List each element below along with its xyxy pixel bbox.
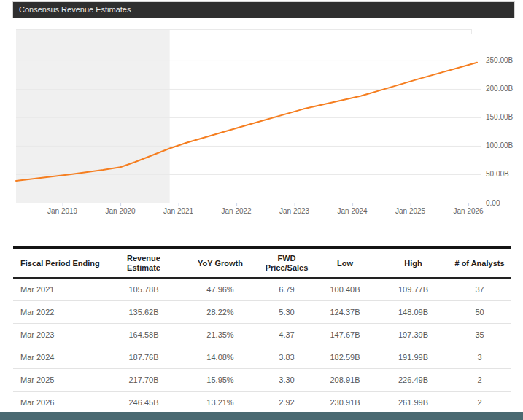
cell-high: 261.99B	[378, 392, 449, 414]
x-axis-label: Jan 2020	[106, 207, 136, 215]
cell-fwd-price-sales: 2.92	[261, 392, 312, 414]
cell-revenue-estimate: 135.62B	[108, 301, 179, 324]
cell-high: 197.39B	[378, 324, 449, 346]
section-header: Consensus Revenue Estimates	[12, 1, 515, 18]
cell-fiscal-period: Mar 2021	[13, 278, 108, 301]
cell-low: 124.37B	[312, 301, 378, 324]
cell-low: 208.91B	[312, 369, 378, 392]
table-row: Mar 2024187.76B14.08%3.83182.59B191.99B3	[13, 346, 511, 369]
table-row: Mar 2023164.58B21.35%4.37147.67B197.39B3…	[13, 324, 511, 346]
y-axis-label: 250.00B	[486, 56, 514, 64]
col-high: High	[378, 248, 449, 279]
x-axis-label: Jan 2019	[47, 207, 78, 215]
x-axis-label: Jan 2024	[338, 207, 368, 215]
cell-high: 109.77B	[378, 278, 449, 301]
x-axis-label: Jan 2022	[222, 207, 252, 215]
cell-fwd-price-sales: 3.30	[261, 369, 312, 392]
cell-num-analysts: 37	[449, 278, 511, 301]
cell-revenue-estimate: 187.76B	[108, 346, 179, 369]
cell-low: 182.59B	[312, 346, 378, 369]
cell-yoy-growth: 28.22%	[179, 301, 261, 324]
x-axis-label: Jan 2025	[395, 207, 426, 215]
cell-revenue-estimate: 217.70B	[108, 369, 179, 392]
x-axis-label: Jan 2021	[163, 207, 194, 215]
cell-low: 100.40B	[312, 278, 378, 301]
y-axis-label: 150.00B	[486, 113, 514, 121]
estimates-table-body: Mar 2021105.78B47.96%6.79100.40B109.77B3…	[13, 278, 511, 413]
bottom-bar	[0, 412, 523, 420]
col-fiscal-period-ending: Fiscal Period Ending	[13, 248, 108, 279]
cell-low: 147.67B	[312, 324, 378, 346]
cell-high: 191.99B	[378, 346, 449, 369]
y-axis-label: 50.00B	[486, 170, 509, 178]
col-yoy-growth: YoY Growth	[179, 248, 261, 279]
cell-num-analysts: 50	[449, 301, 511, 324]
cell-revenue-estimate: 164.58B	[108, 324, 179, 346]
y-axis-label: 100.00B	[486, 141, 514, 149]
cell-fiscal-period: Mar 2026	[13, 392, 108, 414]
x-axis-label: Jan 2026	[454, 207, 484, 215]
col-fwd-price-sales: FWD Price/Sales	[261, 248, 312, 279]
cell-num-analysts: 35	[449, 324, 511, 346]
cell-yoy-growth: 14.08%	[179, 346, 261, 369]
estimates-table: Fiscal Period Ending Revenue Estimate Yo…	[13, 246, 511, 413]
cell-high: 148.09B	[378, 301, 449, 324]
y-axis-label: 0.00	[486, 199, 500, 207]
cell-fiscal-period: Mar 2025	[13, 369, 108, 392]
col-num-analysts: # of Analysts	[449, 248, 511, 279]
table-row: Mar 2021105.78B47.96%6.79100.40B109.77B3…	[13, 278, 511, 301]
cell-num-analysts: 2	[449, 392, 511, 414]
table-header-row: Fiscal Period Ending Revenue Estimate Yo…	[13, 248, 511, 279]
cell-num-analysts: 3	[449, 346, 511, 369]
x-axis-label: Jan 2023	[279, 207, 310, 215]
table-row: Mar 2026246.45B13.21%2.92230.91B261.99B2	[13, 392, 511, 414]
section-title: Consensus Revenue Estimates	[19, 5, 131, 14]
col-low: Low	[312, 248, 378, 279]
cell-revenue-estimate: 246.45B	[108, 392, 179, 414]
cell-fwd-price-sales: 6.79	[261, 278, 312, 301]
cell-fwd-price-sales: 3.83	[261, 346, 312, 369]
cell-yoy-growth: 21.35%	[179, 324, 261, 346]
cell-fwd-price-sales: 4.37	[261, 324, 312, 346]
cell-low: 230.91B	[312, 392, 378, 414]
cell-yoy-growth: 13.21%	[179, 392, 261, 414]
cell-fiscal-period: Mar 2023	[13, 324, 108, 346]
col-revenue-estimate: Revenue Estimate	[108, 248, 179, 279]
cell-yoy-growth: 47.96%	[179, 278, 261, 301]
historical-plot-band	[16, 29, 170, 203]
cell-fiscal-period: Mar 2022	[13, 301, 108, 324]
cell-num-analysts: 2	[449, 369, 511, 392]
y-axis-label: 200.00B	[486, 85, 514, 93]
table-row: Mar 2025217.70B15.95%3.30208.91B226.49B2	[13, 369, 511, 392]
revenue-chart: 0.0050.00B100.00B150.00B200.00B250.00BJa…	[0, 19, 523, 222]
cell-fwd-price-sales: 5.30	[261, 301, 312, 324]
cell-revenue-estimate: 105.78B	[108, 278, 179, 301]
cell-fiscal-period: Mar 2024	[13, 346, 108, 369]
cell-high: 226.49B	[378, 369, 449, 392]
table-row: Mar 2022135.62B28.22%5.30124.37B148.09B5…	[13, 301, 511, 324]
revenue-chart-container: 0.0050.00B100.00B150.00B200.00B250.00BJa…	[0, 19, 523, 222]
cell-yoy-growth: 15.95%	[179, 369, 261, 392]
